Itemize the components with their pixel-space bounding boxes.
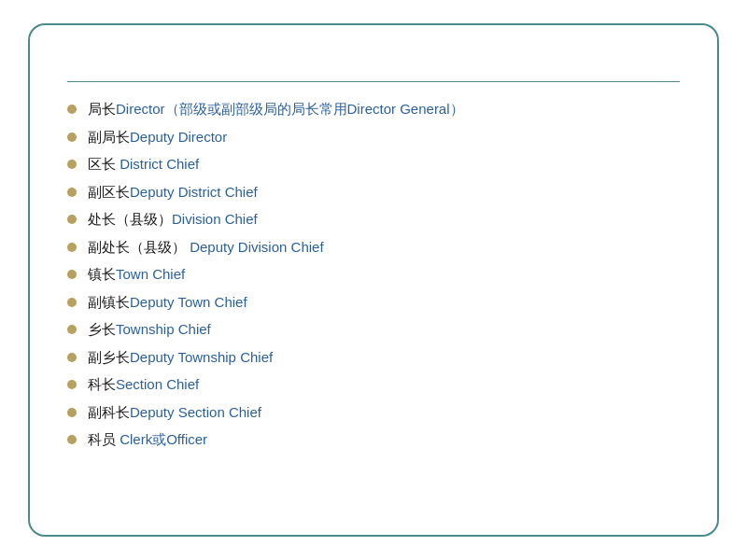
list-item: 区长 District Chief	[67, 154, 680, 175]
item-zh: 副乡长	[88, 349, 130, 365]
list-item: 镇长Town Chief	[67, 264, 680, 286]
item-en: Deputy Section Chief	[130, 404, 261, 420]
item-text: 科长Section Chief	[88, 374, 199, 396]
item-zh: 副镇长	[88, 294, 130, 310]
bullet-icon	[67, 353, 77, 362]
item-text: 副区长Deputy District Chief	[88, 182, 258, 203]
list-item: 副处长（县级） Deputy Division Chief	[67, 237, 680, 259]
item-zh: 镇长	[88, 266, 116, 282]
bullet-icon	[67, 325, 77, 334]
item-en: Deputy Township Chief	[130, 349, 273, 365]
top-divider	[67, 81, 680, 82]
item-zh: 副处长（县级）	[88, 239, 190, 255]
item-zh: 乡长	[88, 321, 116, 337]
list-item: 科员 Clerk或Officer	[67, 429, 680, 451]
item-text: 局长Director（部级或副部级局的局长常用Director General）	[88, 99, 464, 120]
item-text: 副镇长Deputy Town Chief	[88, 292, 247, 314]
item-en: Director（部级或副部级局的局长常用Director General）	[116, 101, 464, 117]
list-item: 局长Director（部级或副部级局的局长常用Director General）	[67, 99, 680, 120]
item-en: District Chief	[120, 156, 199, 172]
list-item: 乡长Township Chief	[67, 319, 680, 341]
item-text: 副科长Deputy Section Chief	[88, 402, 261, 424]
item-zh: 副区长	[88, 184, 130, 200]
list-item: 副镇长Deputy Town Chief	[67, 292, 680, 314]
item-en: Deputy Town Chief	[130, 294, 247, 310]
bullet-icon	[67, 435, 77, 444]
item-text: 副局长Deputy Director	[88, 127, 227, 148]
bullet-icon	[67, 380, 77, 389]
item-en: Division Chief	[172, 211, 258, 227]
item-text: 区长 District Chief	[88, 154, 199, 175]
bullet-icon	[67, 188, 77, 197]
item-text: 处长（县级）Division Chief	[88, 209, 258, 231]
bullet-icon	[67, 160, 77, 169]
bullet-icon	[67, 215, 77, 224]
item-zh: 副局长	[88, 129, 130, 145]
item-en: Township Chief	[116, 321, 211, 337]
bullet-icon	[67, 243, 77, 252]
bullet-icon	[67, 298, 77, 307]
list-item: 科长Section Chief	[67, 374, 680, 396]
item-text: 副乡长Deputy Township Chief	[88, 347, 273, 369]
list-item: 副局长Deputy Director	[67, 127, 680, 148]
item-zh: 副科长	[88, 404, 130, 420]
item-en: Deputy Director	[130, 129, 227, 145]
list-item: 处长（县级）Division Chief	[67, 209, 680, 231]
item-zh: 处长（县级）	[88, 211, 172, 227]
item-en: Clerk或Officer	[120, 431, 207, 447]
item-zh: 科长	[88, 376, 116, 392]
bullet-icon	[67, 105, 77, 114]
bullet-icon	[67, 408, 77, 417]
item-text: 镇长Town Chief	[88, 264, 185, 286]
bullet-icon	[67, 270, 77, 279]
list-item: 副科长Deputy Section Chief	[67, 402, 680, 424]
bullet-icon	[67, 133, 77, 142]
item-en: Deputy Division Chief	[190, 239, 323, 255]
item-en: Deputy District Chief	[130, 184, 258, 200]
list-item: 副区长Deputy District Chief	[67, 182, 680, 203]
item-text: 乡长Township Chief	[88, 319, 211, 341]
item-en: Section Chief	[116, 376, 199, 392]
item-zh: 区长	[88, 156, 120, 172]
item-text: 科员 Clerk或Officer	[88, 429, 207, 451]
item-zh: 局长	[88, 101, 116, 117]
list-item: 副乡长Deputy Township Chief	[67, 347, 680, 369]
item-text: 副处长（县级） Deputy Division Chief	[88, 237, 324, 259]
main-card: 局长Director（部级或副部级局的局长常用Director General）…	[28, 23, 719, 537]
item-zh: 科员	[88, 431, 120, 447]
titles-list: 局长Director（部级或副部级局的局长常用Director General）…	[67, 99, 680, 457]
item-en: Town Chief	[116, 266, 185, 282]
